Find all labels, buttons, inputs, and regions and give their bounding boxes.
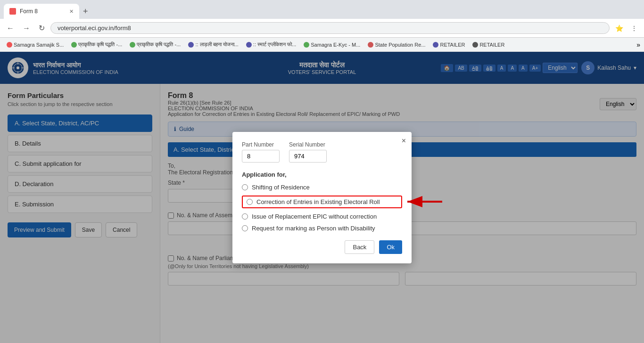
radio-disability[interactable] bbox=[242, 225, 248, 231]
modal-footer: Back Ok bbox=[242, 240, 402, 254]
red-arrow-indicator bbox=[405, 194, 445, 210]
extensions-btn[interactable]: ⭐ bbox=[612, 23, 626, 34]
bookmark-3[interactable]: प्राकृतिक कृषि पद्धति -... bbox=[127, 41, 183, 49]
bookmark-8[interactable]: RETAILER bbox=[430, 41, 468, 49]
option-replacement[interactable]: Issue of Replacement EPIC without correc… bbox=[242, 213, 402, 220]
option-correction[interactable]: Correction of Entries in Existing Electo… bbox=[242, 196, 402, 208]
bookmark-9[interactable]: RETAILER bbox=[470, 41, 507, 49]
tab-favicon bbox=[9, 8, 16, 15]
modal-section-title: Application for, bbox=[242, 171, 402, 178]
page-content: Form 8 Rule 26(1)(b) [See Rule 26] ELECT… bbox=[160, 84, 644, 343]
reload-btn[interactable]: ↻ bbox=[36, 23, 48, 33]
bookmark-1[interactable]: Samagra Samajik S... bbox=[4, 41, 66, 49]
forward-btn[interactable]: → bbox=[20, 23, 33, 33]
serial-number-input[interactable] bbox=[289, 150, 327, 163]
option-disability[interactable]: Request for marking as Person with Disab… bbox=[242, 225, 402, 232]
bookmark-5[interactable]: :: स्मार्ट एप्लीकेशन फो... bbox=[243, 41, 299, 49]
modal-back-btn[interactable]: Back bbox=[345, 240, 374, 254]
modal-dialog: × Part Number Serial Number Application … bbox=[232, 132, 412, 263]
bookmarks-bar: Samagra Samajik S... प्राकृतिक कृषि पद्ध… bbox=[0, 38, 644, 52]
bookmarks-more[interactable]: » bbox=[636, 41, 640, 49]
tab-label: Form 8 bbox=[20, 8, 38, 15]
menu-btn[interactable]: ⋮ bbox=[628, 23, 640, 34]
browser-tab[interactable]: Form 8 ✕ bbox=[4, 4, 79, 19]
address-bar[interactable] bbox=[50, 22, 610, 34]
back-btn[interactable]: ← bbox=[4, 23, 17, 33]
bookmark-6[interactable]: Samagra E-Kyc - M... bbox=[301, 41, 363, 49]
bookmark-7[interactable]: State Population Re... bbox=[365, 41, 428, 49]
new-tab-btn[interactable]: + bbox=[79, 7, 92, 16]
radio-shifting[interactable] bbox=[242, 184, 248, 190]
modal-part-row: Part Number Serial Number bbox=[242, 141, 402, 163]
radio-correction[interactable] bbox=[247, 199, 253, 205]
part-number-input[interactable] bbox=[242, 150, 280, 163]
bookmark-4[interactable]: :: लाड़ली बहना योजना... bbox=[185, 41, 241, 49]
radio-replacement[interactable] bbox=[242, 213, 248, 220]
modal-radio-group: Shifting of Residence Correction of Entr… bbox=[242, 184, 402, 232]
part-number-group: Part Number bbox=[242, 141, 280, 163]
modal-ok-btn[interactable]: Ok bbox=[379, 240, 402, 254]
modal-close-btn[interactable]: × bbox=[402, 137, 406, 145]
bookmark-2[interactable]: प्राकृतिक कृषि पद्धति -... bbox=[68, 41, 125, 49]
option-shifting[interactable]: Shifting of Residence bbox=[242, 184, 402, 191]
serial-number-group: Serial Number bbox=[289, 141, 327, 163]
tab-close-btn[interactable]: ✕ bbox=[69, 8, 74, 15]
modal-overlay: × Part Number Serial Number Application … bbox=[160, 84, 644, 343]
